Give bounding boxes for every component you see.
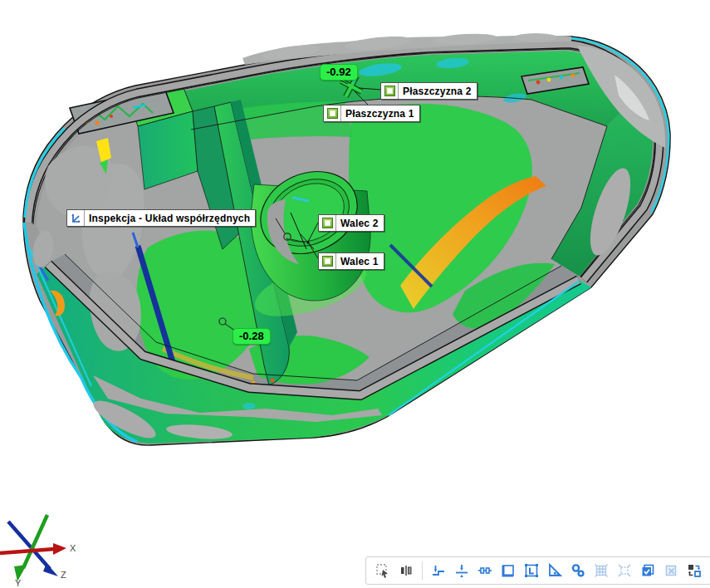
fit-view-icon	[616, 562, 633, 579]
measure-slope-button[interactable]	[543, 559, 566, 582]
feature-label-plane-1[interactable]: Płaszczyzna 1	[323, 105, 420, 122]
label-frame-icon	[523, 562, 540, 579]
swap-selection-button[interactable]	[683, 559, 706, 582]
frame-selection-button[interactable]	[497, 559, 520, 582]
grid-snap-icon	[593, 562, 610, 579]
feature-label-plane-2[interactable]: Płaszczyzna 2	[380, 82, 477, 100]
view-toolbar	[365, 556, 710, 585]
toolbar-separator	[422, 561, 423, 580]
plane-icon	[324, 105, 341, 121]
3d-viewport[interactable]: -0.92 -0.28 Płaszczyzna 2 Płaszczyzna 1 …	[0, 0, 710, 588]
label-frame-button[interactable]	[520, 559, 543, 582]
align-center-button[interactable]	[450, 559, 473, 582]
deviation-flag-2[interactable]: -0.28	[233, 328, 271, 345]
x-axis-label: X	[70, 543, 76, 553]
select-points-icon	[570, 562, 586, 579]
x-axis-arrow	[53, 543, 66, 555]
plane-icon	[381, 83, 399, 99]
select-points-button[interactable]	[566, 559, 590, 582]
deselect-all-icon	[663, 562, 679, 579]
rubber-band-selection-icon	[375, 562, 391, 579]
rubber-band-selection-button[interactable]	[371, 559, 394, 582]
distribute-horizontal-icon	[477, 562, 493, 579]
distribute-horizontal-button[interactable]	[473, 559, 497, 582]
align-down-button[interactable]	[427, 559, 450, 582]
y-axis-label: Y	[15, 578, 22, 588]
compare-split-view-button[interactable]	[394, 559, 418, 582]
select-all-button[interactable]	[636, 559, 659, 582]
measure-slope-icon	[546, 562, 563, 579]
fit-view-button[interactable]	[613, 559, 636, 582]
feature-label-coordinate-system[interactable]: Inspekcja - Układ współrzędnych	[66, 209, 256, 227]
coordinate-system-icon	[67, 210, 85, 226]
axis-triad: X Y Z	[0, 503, 95, 588]
deselect-all-button[interactable]	[659, 559, 683, 582]
align-center-icon	[453, 562, 470, 579]
feature-label-cylinder-2[interactable]: Walec 2	[318, 214, 384, 232]
select-all-icon	[639, 562, 656, 579]
swap-selection-icon	[686, 562, 703, 579]
deviation-flag-1[interactable]: -0.92	[320, 64, 358, 81]
cylinder-icon	[319, 215, 336, 231]
grid-snap-button[interactable]	[590, 559, 613, 582]
align-down-icon	[430, 562, 447, 579]
feature-label-cylinder-1[interactable]: Walec 1	[318, 252, 384, 270]
model-3d-scan[interactable]	[0, 0, 710, 588]
frame-selection-icon	[500, 562, 517, 579]
compare-split-view-icon	[398, 562, 414, 579]
z-axis-label: Z	[61, 570, 66, 580]
cylinder-icon	[319, 253, 336, 269]
